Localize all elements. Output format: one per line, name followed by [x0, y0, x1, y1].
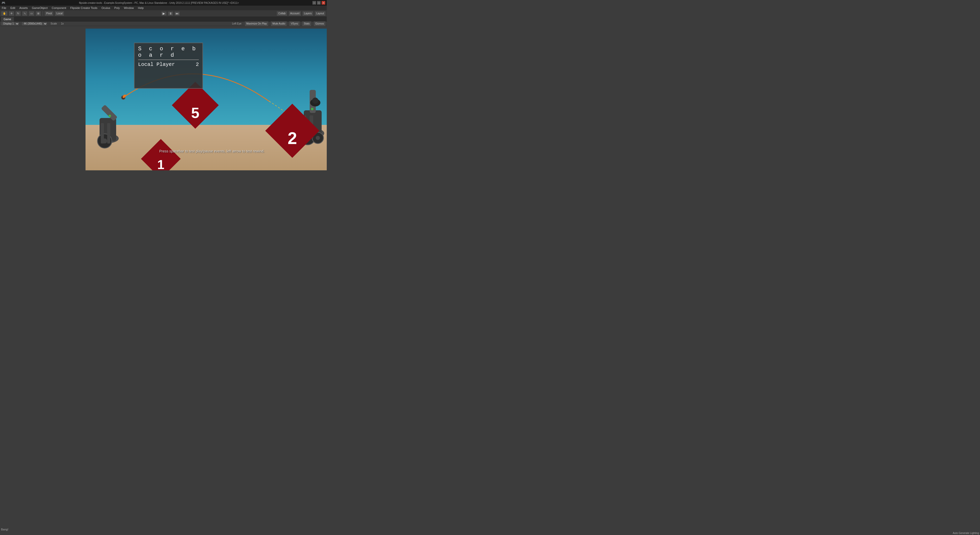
step-button[interactable]: ⏭ [174, 11, 180, 16]
tab-game[interactable]: Game [1, 17, 14, 21]
maximize-on-play-btn[interactable]: Maximize On Play [245, 21, 269, 26]
game-scene: 5 2 1 S c o r e b o a r d Local Player 2… [86, 29, 327, 170]
scoreboard-player-row: Local Player 2 [138, 62, 199, 67]
menu-window[interactable]: Window [123, 6, 135, 10]
account-button[interactable]: Account [288, 11, 301, 16]
collab-button[interactable]: Collab [277, 11, 287, 16]
stats-btn[interactable]: Stats [302, 21, 312, 26]
scoreboard-title: S c o r e b o a r d [138, 46, 199, 60]
resolution-select[interactable]: 4K (3560x1440) [21, 22, 48, 26]
scale-value: 1x [60, 22, 65, 25]
maximize-button[interactable]: □ [317, 1, 321, 5]
separator-1 [43, 11, 43, 16]
mute-audio-btn[interactable]: Mute Audio [270, 21, 287, 26]
pivot-button[interactable]: Pivot [45, 11, 54, 16]
display-select[interactable]: Display 1 [1, 22, 19, 26]
menu-bar: File Edit Assets GameObject Component Fl… [0, 6, 327, 10]
tool-rect[interactable]: ▭ [29, 11, 35, 16]
gizmos-btn[interactable]: Gizmos [313, 21, 326, 26]
sky-background [86, 29, 327, 131]
camera-label: Left Eye [231, 22, 242, 25]
layers-button[interactable]: Layers [302, 11, 313, 16]
close-button[interactable]: ✕ [321, 1, 325, 5]
title-bar: 🎮 flipside-creator-tools - Example-Scori… [0, 0, 327, 6]
menu-oculus[interactable]: Oculus [101, 6, 111, 10]
pause-button[interactable]: ⏸ [168, 11, 173, 16]
play-button[interactable]: ▶ [161, 11, 167, 16]
instruction-text: Press spacebar to test play/pause events… [86, 149, 327, 153]
vsync-btn[interactable]: VSync [289, 21, 300, 26]
toolbar: ✋ ✛ ↻ ⤡ ▭ ⊞ Pivot Local ▶ ⏸ ⏭ Collab Acc… [0, 10, 327, 17]
window-title: flipside-creator-tools - Example-Scoring… [5, 2, 312, 4]
menu-help[interactable]: Help [137, 6, 145, 10]
window-controls[interactable]: ─ □ ✕ [312, 1, 325, 5]
menu-gameobject[interactable]: GameObject [31, 6, 48, 10]
scoreboard-panel: S c o r e b o a r d Local Player 2 [134, 43, 203, 89]
player-name: Local Player [138, 62, 175, 67]
menu-flipside[interactable]: Flipside Creator Tools [70, 6, 98, 10]
tool-scale[interactable]: ⤡ [22, 11, 27, 16]
title-bar-icon: 🎮 [2, 1, 5, 5]
local-button[interactable]: Local [55, 11, 64, 16]
minimize-button[interactable]: ─ [312, 1, 316, 5]
menu-poly[interactable]: Poly [114, 6, 121, 10]
menu-edit[interactable]: Edit [10, 6, 16, 10]
tool-rotate[interactable]: ↻ [15, 11, 21, 16]
options-bar: Display 1 4K (3560x1440) Scale 1x Left E… [0, 21, 327, 26]
ground [86, 125, 327, 170]
layout-button[interactable]: Layout [315, 11, 326, 16]
menu-file[interactable]: File [1, 6, 7, 10]
player-score: 2 [196, 62, 199, 67]
game-viewport: 5 2 1 S c o r e b o a r d Local Player 2… [86, 29, 327, 170]
tab-bar: Game [0, 17, 327, 21]
tool-multi[interactable]: ⊞ [35, 11, 41, 16]
tool-hand[interactable]: ✋ [1, 11, 8, 16]
menu-assets[interactable]: Assets [19, 6, 29, 10]
menu-component[interactable]: Component [51, 6, 67, 10]
scale-label: Scale [49, 22, 58, 25]
tool-move[interactable]: ✛ [9, 11, 14, 16]
